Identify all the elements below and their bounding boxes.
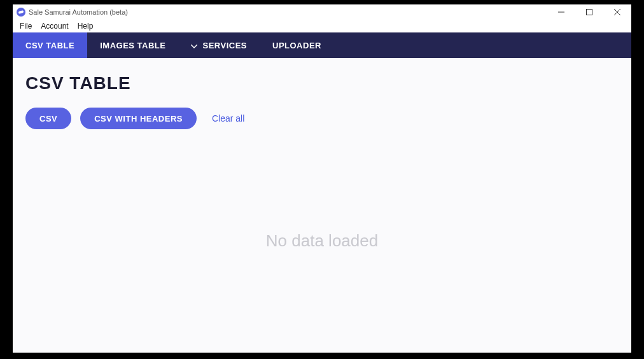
window-title: Sale Samurai Automation (beta) — [29, 8, 547, 16]
tab-label: IMAGES TABLE — [100, 41, 165, 50]
maximize-button[interactable] — [575, 4, 603, 20]
csv-button[interactable]: CSV — [25, 108, 71, 129]
tab-csv-table[interactable]: CSV TABLE — [13, 32, 87, 58]
empty-message: No data loaded — [266, 231, 378, 251]
tab-bar: CSV TABLE IMAGES TABLE SERVICES UPLOADER — [13, 32, 631, 58]
app-window: Sale Samurai Automation (beta) File Acco… — [13, 4, 631, 353]
menu-file[interactable]: File — [15, 22, 36, 31]
minimize-icon — [558, 9, 564, 15]
chevron-down-icon — [191, 41, 197, 50]
window-controls — [547, 4, 631, 20]
svg-rect-1 — [587, 10, 592, 15]
content-area: CSV TABLE CSV CSV WITH HEADERS Clear all… — [13, 58, 631, 353]
tab-label: UPLOADER — [272, 41, 321, 50]
menu-account[interactable]: Account — [36, 22, 73, 31]
csv-with-headers-button[interactable]: CSV WITH HEADERS — [80, 108, 197, 129]
menu-bar: File Account Help — [13, 20, 631, 32]
clear-all-link[interactable]: Clear all — [212, 113, 244, 123]
tab-label: SERVICES — [202, 41, 247, 50]
action-row: CSV CSV WITH HEADERS Clear all — [25, 108, 619, 129]
empty-state: No data loaded — [25, 129, 619, 353]
minimize-button[interactable] — [547, 4, 575, 20]
tab-label: CSV TABLE — [25, 41, 74, 50]
page-title: CSV TABLE — [25, 73, 619, 94]
tab-services[interactable]: SERVICES — [178, 32, 260, 58]
close-icon — [614, 9, 620, 15]
menu-help[interactable]: Help — [73, 22, 98, 31]
close-button[interactable] — [603, 4, 631, 20]
titlebar: Sale Samurai Automation (beta) — [13, 4, 631, 20]
tab-images-table[interactable]: IMAGES TABLE — [87, 32, 178, 58]
tab-uploader[interactable]: UPLOADER — [260, 32, 334, 58]
maximize-icon — [586, 9, 592, 15]
app-icon — [17, 8, 25, 17]
